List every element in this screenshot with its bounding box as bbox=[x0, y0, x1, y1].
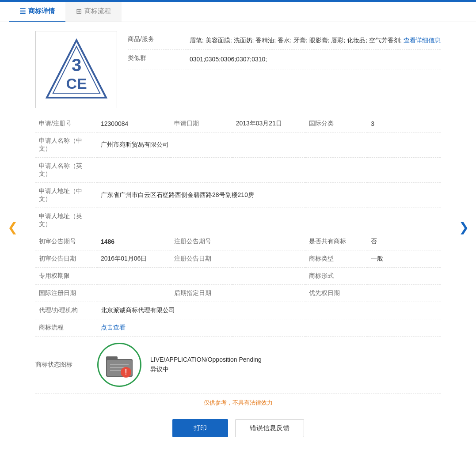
flow-link[interactable]: 点击查看 bbox=[101, 324, 126, 331]
svg-text:3: 3 bbox=[71, 55, 81, 75]
priority-label: 优先权日期 bbox=[305, 285, 367, 302]
row-prelim-pub: 初审公告期号 1486 注册公告期号 是否共有商标 否 bbox=[35, 233, 441, 250]
similar-group-row: 类似群 0301;0305;0306;0307;0310; bbox=[128, 50, 441, 69]
app-date-value: 2013年03月21日 bbox=[232, 115, 306, 132]
goods-services-row: 商品/服务 眉笔; 美容面膜; 洗面奶; 香精油; 香水; 牙膏; 眼影膏; 唇… bbox=[128, 31, 441, 50]
reg-pub-no-label: 注册公告期号 bbox=[171, 233, 232, 250]
similar-group-value: 0301;0305;0306;0307;0310; bbox=[190, 54, 441, 64]
flow-label: 商标流程 bbox=[35, 319, 97, 337]
status-icon-label: 商标状态图标 bbox=[35, 361, 80, 369]
later-designation-value bbox=[232, 285, 306, 302]
status-icon-circle: ! bbox=[97, 343, 141, 387]
agent-label: 代理/办理机构 bbox=[35, 302, 97, 319]
shared-label: 是否共有商标 bbox=[305, 233, 367, 250]
feedback-button[interactable]: 错误信息反馈 bbox=[235, 419, 304, 437]
address-cn-value: 广东省广州市白云区石槎路西侧金碧西路28号副楼210房 bbox=[97, 183, 441, 208]
row-intl-dates: 国际注册日期 后期指定日期 优先权日期 bbox=[35, 285, 441, 302]
later-designation-label: 后期指定日期 bbox=[171, 285, 232, 302]
button-row: 打印 错误信息反馈 bbox=[35, 412, 441, 448]
reg-no-value: 12300084 bbox=[97, 115, 171, 132]
status-row: 商标状态图标 bbox=[35, 337, 441, 393]
row-agent: 代理/办理机构 北京派诚商标代理有限公司 bbox=[35, 302, 441, 319]
disclaimer: 仅供参考，不具有法律效力 bbox=[35, 393, 441, 412]
reg-no-label: 申请/注册号 bbox=[35, 115, 97, 132]
row-address-cn: 申请人地址（中文） 广东省广州市白云区石槎路西侧金碧西路28号副楼210房 bbox=[35, 183, 441, 208]
trademark-image: 3 CE bbox=[35, 31, 117, 108]
prelim-pub-no-value: 1486 bbox=[97, 233, 171, 250]
address-en-label: 申请人地址（英文） bbox=[35, 208, 97, 233]
trademark-header: 3 CE 商品/服务 眉笔; 美容面膜; 洗面奶; 香精油; 香水; 牙膏; 眼… bbox=[35, 31, 441, 108]
prelim-pub-no-label: 初审公告期号 bbox=[35, 233, 97, 250]
tab-detail-label: 商标详情 bbox=[28, 7, 55, 15]
tab-trademark-flow[interactable]: ⊞ 商标流程 bbox=[65, 2, 122, 22]
agent-value: 北京派诚商标代理有限公司 bbox=[97, 302, 441, 319]
status-cn: 异议中 bbox=[150, 366, 262, 374]
applicant-en-value bbox=[97, 158, 441, 183]
goods-services-text: 眉笔; 美容面膜; 洗面奶; 香精油; 香水; 牙膏; 眼影膏; 唇彩; 化妆品… bbox=[190, 37, 402, 44]
reg-pub-date-value bbox=[232, 250, 306, 268]
similar-group-label: 类似群 bbox=[128, 54, 190, 62]
app-date-label: 申请日期 bbox=[171, 115, 232, 132]
row-flow: 商标流程 点击查看 bbox=[35, 319, 441, 337]
applicant-cn-label: 申请人名称（中文） bbox=[35, 132, 97, 158]
address-cn-label: 申请人地址（中文） bbox=[35, 183, 97, 208]
shared-value: 否 bbox=[367, 233, 441, 250]
trademark-svg: 3 CE bbox=[43, 37, 110, 103]
tab-bar: ☰ 商标详情 ⊞ 商标流程 bbox=[0, 2, 476, 22]
goods-services-link[interactable]: 查看详细信息 bbox=[404, 37, 441, 44]
detail-table: 申请/注册号 12300084 申请日期 2013年03月21日 国际分类 3 … bbox=[35, 115, 441, 337]
row-pub-dates: 初审公告日期 2016年01月06日 注册公告日期 商标类型 一般 bbox=[35, 250, 441, 268]
goods-services-label: 商品/服务 bbox=[128, 35, 190, 43]
svg-text:CE: CE bbox=[66, 75, 87, 92]
prelim-pub-date-value: 2016年01月06日 bbox=[97, 250, 171, 268]
applicant-cn-value: 广州市宛昕贸易有限公司 bbox=[97, 132, 441, 158]
intl-reg-date-value bbox=[97, 285, 171, 302]
intl-class-label: 国际分类 bbox=[305, 115, 367, 132]
trademark-type-value: 一般 bbox=[367, 250, 441, 268]
trademark-type-label: 商标类型 bbox=[305, 250, 367, 268]
row-applicant-cn: 申请人名称（中文） 广州市宛昕贸易有限公司 bbox=[35, 132, 441, 158]
reg-pub-date-label: 注册公告日期 bbox=[171, 250, 232, 268]
row-reg-no: 申请/注册号 12300084 申请日期 2013年03月21日 国际分类 3 bbox=[35, 115, 441, 132]
exclusive-period-label: 专用权期限 bbox=[35, 268, 97, 285]
trademark-form-label: 商标形式 bbox=[305, 268, 367, 285]
tab-flow-label: 商标流程 bbox=[84, 7, 111, 15]
status-text-block: LIVE/APPLICATION/Opposition Pending 异议中 bbox=[150, 356, 262, 374]
intl-reg-date-label: 国际注册日期 bbox=[35, 285, 97, 302]
trademark-form-value bbox=[367, 268, 441, 285]
priority-value bbox=[367, 285, 441, 302]
row-exclusive: 专用权期限 商标形式 bbox=[35, 268, 441, 285]
address-en-value bbox=[97, 208, 441, 233]
reg-pub-no-value bbox=[232, 233, 306, 250]
applicant-en-label: 申请人名称（英文） bbox=[35, 158, 97, 183]
row-address-en: 申请人地址（英文） bbox=[35, 208, 441, 233]
tab-trademark-detail[interactable]: ☰ 商标详情 bbox=[9, 2, 65, 22]
main-content: 3 CE 商品/服务 眉笔; 美容面膜; 洗面奶; 香精油; 香水; 牙膏; 眼… bbox=[0, 22, 476, 454]
prelim-pub-date-label: 初审公告日期 bbox=[35, 250, 97, 268]
status-content: ! LIVE/APPLICATION/Opposition Pending 异议… bbox=[97, 343, 262, 387]
goods-services-value: 眉笔; 美容面膜; 洗面奶; 香精油; 香水; 牙膏; 眼影膏; 唇彩; 化妆品… bbox=[190, 35, 441, 45]
detail-icon: ☰ bbox=[19, 7, 26, 15]
trademark-info: 商品/服务 眉笔; 美容面膜; 洗面奶; 香精油; 香水; 牙膏; 眼影膏; 唇… bbox=[128, 31, 441, 108]
flow-icon: ⊞ bbox=[76, 7, 82, 15]
print-button[interactable]: 打印 bbox=[172, 419, 228, 437]
intl-class-value: 3 bbox=[367, 115, 441, 132]
row-applicant-en: 申请人名称（英文） bbox=[35, 158, 441, 183]
status-en: LIVE/APPLICATION/Opposition Pending bbox=[150, 356, 262, 363]
status-svg-icon: ! bbox=[104, 349, 135, 380]
exclusive-period-value bbox=[97, 268, 171, 285]
svg-text:!: ! bbox=[125, 368, 127, 376]
